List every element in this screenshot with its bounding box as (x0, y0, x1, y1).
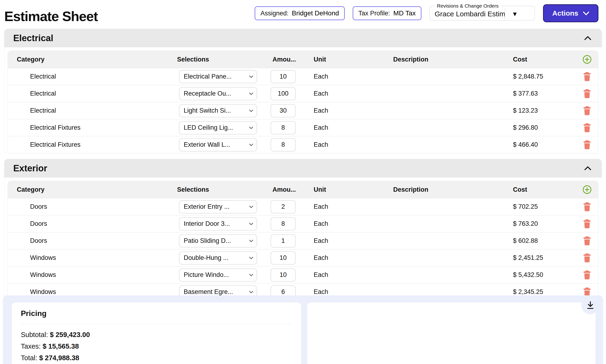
selection-dropdown[interactable]: Picture Windo... (179, 268, 257, 282)
cost-cell: $ 602.88 (510, 237, 576, 245)
revisions-value: Grace Lombardi Estimate (430, 8, 505, 20)
column-header-cost: Cost (510, 186, 576, 193)
pricing-card: Pricing Subtotal: $ 259,423.00 Taxes: $ … (12, 302, 301, 364)
topbar-controls: Assigned: Bridget DeHond Tax Profile: MD… (255, 4, 598, 22)
amount-input[interactable] (271, 251, 296, 265)
chevron-up-icon[interactable] (584, 36, 591, 40)
category-cell: Electrical (8, 90, 177, 97)
delete-row-button[interactable] (583, 72, 591, 81)
caret-down-icon[interactable]: ▼ (505, 8, 525, 20)
column-header-selections: Selections (177, 186, 271, 193)
selection-dropdown[interactable]: Exterior Entry ... (179, 200, 257, 213)
selection-value: LED Ceiling Lig... (184, 124, 233, 131)
tax-profile-badge[interactable]: Tax Profile: MD Tax (353, 6, 421, 20)
chevron-down-icon (249, 291, 253, 293)
table-row: Electrical Light Switch Si... Each $ 123… (8, 102, 598, 119)
cost-cell: $ 2,451.25 (510, 254, 576, 261)
divider (21, 324, 292, 324)
chevron-down-icon (249, 143, 253, 146)
selection-value: Picture Windo... (184, 271, 229, 279)
selection-dropdown[interactable]: Double-Hung ... (179, 251, 257, 265)
selection-value: Light Switch Si... (184, 107, 231, 114)
unit-cell: Each (311, 141, 391, 148)
section-title: Exterior (13, 163, 47, 173)
amount-input[interactable] (271, 234, 296, 247)
pricing-title: Pricing (21, 309, 292, 318)
amount-input[interactable] (271, 200, 296, 213)
table-rows: Electrical Electrical Pane... Each $ 2,8… (8, 68, 598, 153)
delete-row-button[interactable] (583, 106, 591, 116)
tax-profile-value: MD Tax (394, 10, 416, 17)
section-header[interactable]: Electrical (4, 29, 602, 47)
table-row: Windows Picture Windo... Each $ 5,432.50 (8, 266, 598, 283)
assigned-badge[interactable]: Assigned: Bridget DeHond (255, 6, 345, 20)
add-row-button[interactable] (582, 55, 592, 64)
selection-dropdown[interactable]: Light Switch Si... (179, 104, 257, 117)
chevron-down-icon (249, 257, 253, 259)
section-title: Electrical (13, 33, 53, 43)
column-header-description: Description (391, 186, 510, 193)
topbar: Estimate Sheet Assigned: Bridget DeHond … (0, 0, 606, 26)
amount-input[interactable] (271, 104, 296, 117)
unit-cell: Each (311, 254, 391, 261)
table-row: Doors Interior Door 3... Each $ 763.20 (8, 215, 598, 232)
chevron-up-icon[interactable] (584, 166, 591, 170)
cost-cell: $ 702.25 (510, 203, 576, 210)
download-button[interactable] (581, 296, 599, 314)
unit-cell: Each (311, 220, 391, 227)
secondary-card (307, 302, 596, 364)
column-header-category: Category (8, 186, 177, 193)
amount-input[interactable] (271, 70, 296, 83)
pricing-subtotal: Subtotal: $ 259,423.00 (21, 331, 292, 339)
chevron-down-icon (249, 222, 253, 225)
selection-value: Exterior Entry ... (184, 203, 230, 210)
add-row-button[interactable] (582, 185, 592, 194)
selection-value: Interior Door 3... (184, 220, 230, 227)
table-rows: Doors Exterior Entry ... Each $ 702.25 D… (8, 198, 598, 300)
delete-row-button[interactable] (583, 219, 591, 229)
delete-row-button[interactable] (583, 253, 591, 263)
download-icon (586, 301, 595, 310)
table-row: Doors Exterior Entry ... Each $ 702.25 (8, 198, 598, 215)
total-label: Total: (21, 354, 37, 362)
assigned-label: Assigned: (260, 10, 289, 17)
selection-dropdown[interactable]: Electrical Pane... (179, 70, 257, 83)
unit-cell: Each (311, 90, 391, 97)
subtotal-label: Subtotal: (21, 331, 48, 338)
delete-row-button[interactable] (583, 89, 591, 98)
actions-button[interactable]: Actions (543, 4, 598, 22)
chevron-down-icon (249, 75, 253, 78)
selection-dropdown[interactable]: Exterior Wall L... (179, 138, 257, 152)
delete-row-button[interactable] (583, 140, 591, 150)
amount-input[interactable] (271, 268, 296, 282)
delete-row-button[interactable] (583, 270, 591, 280)
revisions-select[interactable]: Revisions & Change Orders Grace Lombardi… (429, 3, 535, 21)
cost-cell: $ 377.63 (510, 90, 576, 97)
delete-row-button[interactable] (583, 236, 591, 246)
amount-input[interactable] (271, 87, 296, 100)
column-header-amount: Amou... (271, 56, 311, 63)
pricing-taxes: Taxes: $ 15,565.38 (21, 342, 292, 350)
selection-dropdown[interactable]: Receptacle Ou... (179, 87, 257, 100)
amount-input[interactable] (271, 217, 296, 231)
amount-input[interactable] (271, 121, 296, 134)
selection-dropdown[interactable]: LED Ceiling Lig... (179, 121, 257, 134)
selection-value: Basement Egre... (184, 288, 233, 296)
category-cell: Windows (8, 288, 177, 296)
selection-dropdown[interactable]: Patio Sliding D... (179, 234, 257, 247)
selection-value: Receptacle Ou... (184, 90, 231, 97)
cost-cell: $ 763.20 (510, 220, 576, 227)
table-header-row: Category Selections Amou... Unit Descrip… (8, 51, 598, 68)
chevron-down-icon (249, 126, 253, 129)
column-header-description: Description (391, 56, 510, 63)
category-cell: Doors (8, 237, 177, 245)
selection-dropdown[interactable]: Interior Door 3... (179, 217, 257, 231)
section-header[interactable]: Exterior (4, 159, 602, 178)
delete-row-button[interactable] (583, 123, 591, 132)
delete-row-button[interactable] (583, 202, 591, 212)
amount-input[interactable] (271, 138, 296, 152)
section-table: Category Selections Amou... Unit Descrip… (8, 51, 598, 153)
chevron-down-icon (249, 206, 253, 208)
page-title: Estimate Sheet (4, 8, 98, 24)
pricing-total: Total: $ 274,988.38 (21, 354, 292, 362)
